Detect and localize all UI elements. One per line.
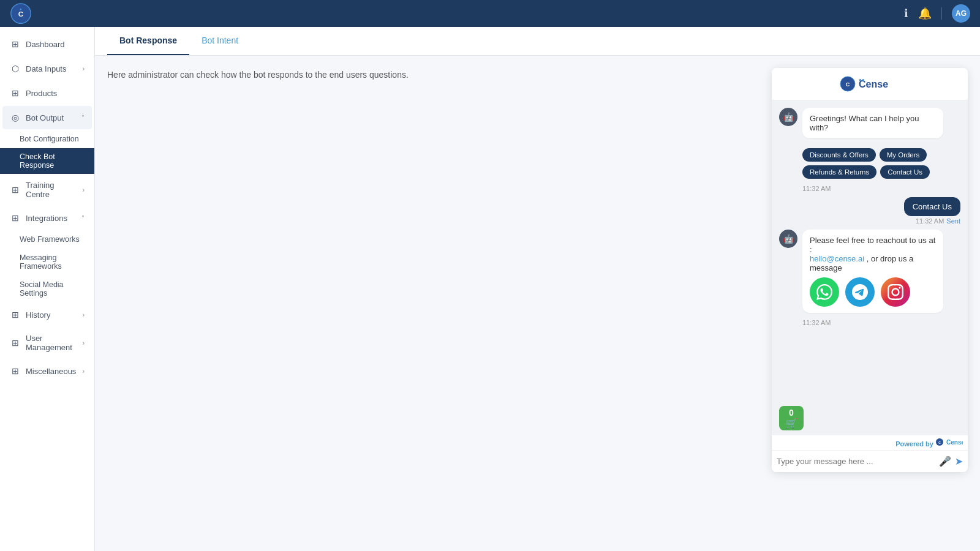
sidebar-item-social-media-settings[interactable]: Social Media Settings (2, 276, 92, 302)
content-area: Bot Response Bot Intent Here administrat… (95, 27, 980, 551)
quick-reply-my-orders[interactable]: My Orders (880, 148, 927, 162)
user-message-text: Contact Us (913, 202, 952, 211)
data-inputs-icon: ⬡ (10, 63, 21, 74)
user-bubble: Contact Us (904, 197, 960, 216)
sidebar-label-products: Products (26, 89, 85, 98)
chat-header: C Cense ●● (772, 68, 968, 100)
mic-icon[interactable]: 🎤 (939, 455, 951, 467)
sidebar-item-user-management[interactable]: ⊞ User Management › (2, 328, 92, 358)
bot-avatar-2: 🤖 (779, 230, 797, 248)
tab-bot-intent[interactable]: Bot Intent (189, 27, 251, 55)
chevron-right-icon-3: › (83, 312, 85, 318)
quick-reply-contact-us[interactable]: Contact Us (880, 165, 930, 179)
logo-area: C ● (10, 2, 32, 24)
greeting-text: Greetings! What can I help you with? (810, 114, 919, 132)
nav-divider (941, 7, 942, 20)
quick-reply-discounts[interactable]: Discounts & Offers (802, 148, 876, 162)
check-bot-response-label: Check Bot Response (20, 152, 55, 170)
sidebar-label-miscellaneous: Miscellaneous (26, 367, 78, 376)
reply-email[interactable]: hello@cense.ai (810, 254, 864, 263)
chat-header-logo: C Cense ●● (839, 75, 900, 92)
sidebar-item-web-frameworks[interactable]: Web Frameworks (2, 231, 92, 248)
sidebar-item-history[interactable]: ⊞ History › (2, 303, 92, 326)
powered-by: Powered by C Cense (772, 435, 968, 450)
bot-avatar: 🤖 (779, 108, 797, 126)
svg-text:C: C (938, 441, 941, 444)
sent-label: Sent (946, 217, 960, 225)
info-icon[interactable]: ℹ (904, 7, 908, 20)
sidebar-item-bot-output[interactable]: ◎ Bot Output ˅ (2, 106, 92, 129)
tab-bot-response[interactable]: Bot Response (107, 27, 189, 55)
sidebar-label-training-centre: Training Centre (26, 181, 78, 199)
social-media-settings-label: Social Media Settings (20, 280, 64, 298)
greeting-bubble: Greetings! What can I help you with? (802, 108, 943, 138)
powered-by-brand: C Cense (935, 440, 963, 448)
sidebar-label-bot-output: Bot Output (26, 113, 77, 122)
sidebar: ⊞ Dashboard ⬡ Data Inputs › ⊞ Products ◎… (0, 27, 95, 551)
powered-by-logo: C Cense (935, 438, 963, 446)
sidebar-label-user-management: User Management (26, 334, 78, 352)
chat-footer: 🎤 ➤ (772, 450, 968, 472)
svg-text:C: C (846, 81, 850, 88)
timestamp-1: 11:32 AM (802, 185, 960, 192)
send-icon[interactable]: ➤ (955, 455, 963, 467)
sidebar-item-products[interactable]: ⊞ Products (2, 81, 92, 105)
social-icons-row (810, 277, 936, 307)
whatsapp-icon[interactable] (810, 277, 839, 307)
sidebar-item-check-bot-response[interactable]: Check Bot Response (0, 148, 94, 174)
sidebar-item-dashboard[interactable]: ⊞ Dashboard (2, 32, 92, 56)
user-management-icon: ⊞ (10, 337, 21, 348)
bot-output-icon: ◎ (10, 112, 21, 123)
sidebar-item-training-centre[interactable]: ⊞ Training Centre › (2, 174, 92, 205)
dashboard-icon: ⊞ (10, 39, 21, 50)
cart-section: 0 🛒 (772, 401, 968, 435)
bell-icon[interactable]: 🔔 (918, 7, 932, 20)
chevron-down-icon-2: ˅ (81, 215, 85, 222)
sidebar-item-miscellaneous[interactable]: ⊞ Miscellaneous › (2, 359, 92, 383)
cart-button[interactable]: 0 🛒 (779, 406, 804, 430)
chat-widget: C Cense ●● 🤖 Greetings! What can I help … (772, 68, 968, 472)
chat-messages: 🤖 Greetings! What can I help you with? D… (772, 100, 968, 401)
quick-replies: Discounts & Offers My Orders Refunds & R… (802, 148, 960, 179)
chat-input[interactable] (777, 457, 934, 466)
cart-icon: 🛒 (785, 418, 797, 429)
timestamp-3: 11:32 AM (802, 319, 960, 326)
products-icon: ⊞ (10, 88, 21, 99)
telegram-icon[interactable] (845, 277, 875, 307)
chevron-down-icon: ˅ (81, 114, 85, 121)
svg-text:●●: ●● (859, 77, 865, 83)
bot-greeting-message: 🤖 Greetings! What can I help you with? (779, 108, 960, 138)
chevron-right-icon-2: › (83, 187, 85, 193)
quick-reply-refunds[interactable]: Refunds & Returns (802, 165, 876, 179)
web-frameworks-label: Web Frameworks (20, 235, 80, 244)
sidebar-label-history: History (26, 310, 78, 320)
bot-reply-message: 🤖 Please feel free to reachout to us at … (779, 230, 960, 313)
training-icon: ⊞ (10, 184, 21, 195)
sidebar-item-bot-configuration[interactable]: Bot Configuration (2, 130, 92, 148)
chevron-right-icon-5: › (83, 368, 85, 375)
svg-text:C: C (18, 10, 24, 18)
chevron-right-icon: › (83, 66, 85, 72)
sidebar-item-data-inputs[interactable]: ⬡ Data Inputs › (2, 57, 92, 80)
sidebar-label-dashboard: Dashboard (26, 40, 85, 49)
messaging-frameworks-label: Messaging Frameworks (20, 253, 62, 271)
topnav-right: ℹ 🔔 AG (904, 4, 970, 23)
sidebar-item-integrations[interactable]: ⊞ Integrations ˅ (2, 206, 92, 230)
user-message-row: Contact Us 11:32 AM Sent (779, 197, 960, 225)
sidebar-label-data-inputs: Data Inputs (26, 64, 78, 73)
sidebar-item-messaging-frameworks[interactable]: Messaging Frameworks (2, 249, 92, 275)
cart-count: 0 (789, 408, 794, 418)
tabs-bar: Bot Response Bot Intent (95, 27, 980, 56)
instagram-icon[interactable] (881, 277, 910, 307)
bot-reply-text: Please feel free to reachout to us at : (810, 236, 935, 254)
cense-logo: C ● (10, 2, 32, 24)
description-area: Here administrator can check how the bot… (107, 68, 760, 539)
bot-configuration-label: Bot Configuration (20, 135, 79, 143)
reply-bubble: Please feel free to reachout to us at : … (802, 230, 943, 313)
description-text: Here administrator can check how the bot… (107, 68, 760, 81)
avatar[interactable]: AG (952, 4, 970, 23)
history-icon: ⊞ (10, 309, 21, 320)
top-navigation: C ● ℹ 🔔 AG (0, 0, 980, 27)
chat-footer-icons: 🎤 ➤ (939, 455, 963, 467)
miscellaneous-icon: ⊞ (10, 365, 21, 377)
